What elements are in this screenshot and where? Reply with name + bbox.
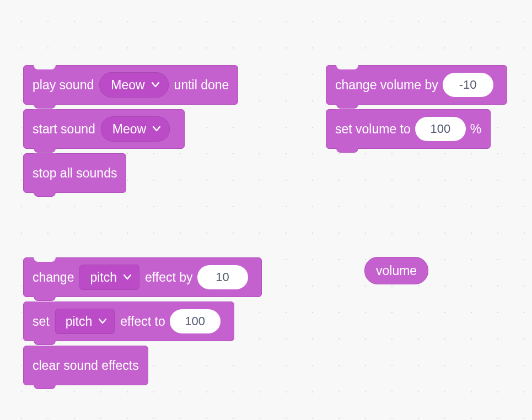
block-stack-sounds: play sound Meow until done start sound M… [23,65,238,197]
reporter-label: volume [376,263,417,278]
dropdown-value: pitch [90,270,117,285]
input-set-volume-value[interactable]: 100 [415,117,466,141]
dropdown-value: Meow [112,122,146,137]
block-label: effect by [145,270,193,285]
block-label: change volume by [335,78,438,93]
input-change-volume-value[interactable]: -10 [443,73,493,97]
block-set-effect-to[interactable]: set pitch effect to 100 [23,301,234,341]
block-label: play sound [33,78,94,93]
block-play-sound-until-done[interactable]: play sound Meow until done [23,65,238,105]
chevron-down-icon [123,274,131,280]
block-change-effect-by[interactable]: change pitch effect by 10 [23,257,262,297]
input-change-effect-value[interactable]: 10 [197,265,248,289]
block-stack-effects: change pitch effect by 10 set pitch effe… [23,257,262,390]
block-start-sound[interactable]: start sound Meow [23,109,185,149]
dropdown-effect-2[interactable]: pitch [55,309,115,334]
block-stack-volume: change volume by -10 set volume to 100 % [326,65,507,153]
block-label: change [33,270,74,285]
block-label: clear sound effects [33,358,139,373]
block-label: effect to [120,314,165,329]
block-change-volume-by[interactable]: change volume by -10 [326,65,507,105]
block-label: set volume to [335,122,411,137]
block-label: set [33,314,50,329]
dropdown-value: Meow [111,78,144,93]
reporter-volume[interactable]: volume [364,257,428,284]
dropdown-value: pitch [66,314,93,329]
dropdown-sound-2[interactable]: Meow [101,116,170,142]
input-value: 100 [185,314,205,329]
block-set-volume-to[interactable]: set volume to 100 % [326,109,491,149]
input-set-effect-value[interactable]: 100 [170,309,221,333]
block-label: start sound [33,122,95,137]
input-value: -10 [459,78,477,92]
dropdown-sound-1[interactable]: Meow [99,72,168,98]
block-label: until done [174,78,229,93]
block-label: stop all sounds [33,166,117,181]
chevron-down-icon [152,82,159,88]
input-value: 100 [430,122,450,136]
input-value: 10 [216,270,229,284]
chevron-down-icon [99,319,106,324]
block-stop-all-sounds[interactable]: stop all sounds [23,153,126,193]
block-label: % [470,122,481,137]
block-clear-sound-effects[interactable]: clear sound effects [23,346,148,385]
chevron-down-icon [153,126,160,132]
dropdown-effect-1[interactable]: pitch [79,265,139,290]
